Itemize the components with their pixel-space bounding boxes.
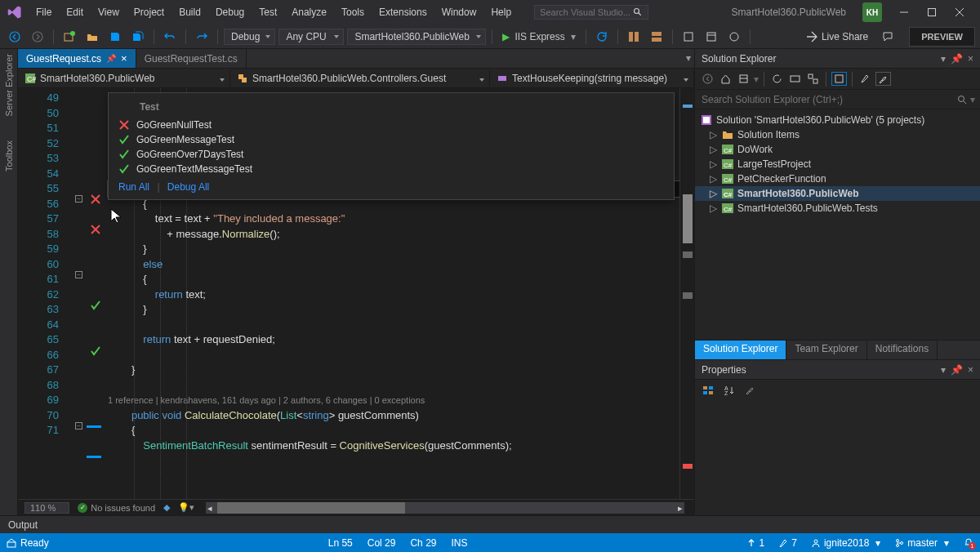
- menu-project[interactable]: Project: [127, 3, 171, 21]
- solution-tree[interactable]: Solution 'SmartHotel360.PublicWeb' (5 pr…: [695, 109, 980, 340]
- chevron-right-icon[interactable]: ▷: [708, 144, 718, 155]
- se-wrench-icon[interactable]: [875, 72, 891, 86]
- se-back-icon[interactable]: [700, 72, 715, 86]
- test-fail-icon[interactable]: [90, 224, 101, 235]
- test-row[interactable]: GoGreenOver7DaysTest: [118, 147, 664, 162]
- menu-view[interactable]: View: [91, 3, 126, 21]
- minimize-button[interactable]: [890, 2, 918, 22]
- menu-window[interactable]: Window: [435, 3, 483, 21]
- status-publish[interactable]: 1: [747, 537, 765, 549]
- wrench-icon[interactable]: [742, 383, 759, 398]
- status-col[interactable]: Col 29: [368, 537, 396, 549]
- test-row[interactable]: GoGreenMessageTest: [118, 132, 664, 147]
- code-editor[interactable]: 4950515253545556575859606162636465666768…: [18, 88, 694, 499]
- tree-node[interactable]: ▷C#LargeTestProject: [695, 157, 980, 171]
- alpha-sort-icon[interactable]: AZ: [721, 383, 737, 398]
- rail-server-explorer[interactable]: Server Explorer: [4, 54, 14, 116]
- categorize-icon[interactable]: [700, 383, 716, 398]
- ptab-team-explorer[interactable]: Team Explorer: [786, 341, 866, 359]
- close-button[interactable]: [946, 2, 973, 22]
- status-ch[interactable]: Ch 29: [410, 537, 436, 549]
- browser-refresh-button[interactable]: [592, 29, 612, 45]
- status-notifications[interactable]: 1: [964, 538, 973, 548]
- test-fail-icon[interactable]: [90, 194, 101, 205]
- test-row[interactable]: GoGreenNullTest: [118, 118, 664, 132]
- horizontal-scrollbar[interactable]: ◂ ▸: [206, 502, 684, 514]
- pin-icon[interactable]: 📌: [951, 53, 963, 65]
- status-line[interactable]: Ln 55: [328, 537, 353, 549]
- chevron-right-icon[interactable]: ▷: [708, 203, 718, 214]
- live-share-button[interactable]: Live Share: [806, 31, 868, 42]
- scroll-map[interactable]: [679, 88, 694, 499]
- tree-solution-root[interactable]: Solution 'SmartHotel360.PublicWeb' (5 pr…: [695, 113, 980, 127]
- user-badge[interactable]: KH: [862, 2, 882, 22]
- codelens[interactable]: 1 reference | kendrahavens, 161 days ago…: [108, 393, 679, 408]
- maximize-button[interactable]: [918, 2, 946, 22]
- tree-node[interactable]: ▷C#SmartHotel360.PublicWeb: [695, 186, 980, 201]
- menu-extensions[interactable]: Extensions: [372, 3, 434, 21]
- ptab-solution-explorer[interactable]: Solution Explorer: [695, 341, 786, 359]
- nav-back-button[interactable]: [5, 29, 24, 45]
- menu-file[interactable]: File: [29, 3, 58, 21]
- search-icon[interactable]: [957, 95, 967, 105]
- redo-button[interactable]: [192, 29, 212, 45]
- status-ins[interactable]: INS: [451, 537, 467, 549]
- test-row[interactable]: GoGreenTextMessageTest: [118, 162, 664, 176]
- menu-build[interactable]: Build: [172, 3, 207, 21]
- tree-node[interactable]: ▷C#DoWork: [695, 142, 980, 157]
- lightbulb-icon[interactable]: 💡▾: [178, 502, 194, 513]
- run-all-link[interactable]: Run All: [118, 181, 149, 193]
- se-collapse-icon[interactable]: [787, 72, 803, 86]
- config-dropdown[interactable]: Debug: [224, 29, 275, 45]
- se-properties-icon[interactable]: [858, 72, 873, 86]
- startup-project-dropdown[interactable]: SmartHotel360.PublicWeb: [347, 29, 486, 45]
- start-debug-button[interactable]: ▶IIS Express▾: [498, 29, 579, 45]
- tool-icon-1[interactable]: [624, 29, 644, 45]
- fold-toggle[interactable]: −: [75, 195, 82, 203]
- status-user[interactable]: ignite2018▾: [812, 537, 880, 549]
- tool-icon-2[interactable]: [647, 29, 666, 45]
- se-showall-icon[interactable]: [805, 72, 821, 86]
- save-button[interactable]: [105, 29, 125, 45]
- tool-icon-4[interactable]: [702, 29, 721, 45]
- status-changes[interactable]: 7: [779, 537, 797, 549]
- status-branch[interactable]: master▾: [895, 537, 949, 549]
- panel-dropdown-icon[interactable]: ▾: [941, 53, 946, 65]
- tree-node[interactable]: ▷Solution Items: [695, 127, 980, 142]
- se-preview-icon[interactable]: [831, 72, 847, 86]
- chevron-right-icon[interactable]: ▷: [708, 129, 718, 140]
- save-all-button[interactable]: [128, 29, 148, 45]
- menu-edit[interactable]: Edit: [60, 3, 90, 21]
- close-icon[interactable]: ×: [968, 364, 973, 376]
- nav-project[interactable]: C# SmartHotel360.PublicWeb: [18, 70, 230, 87]
- fold-toggle[interactable]: −: [75, 422, 82, 430]
- menu-debug[interactable]: Debug: [209, 3, 251, 21]
- chevron-right-icon[interactable]: ▷: [708, 188, 718, 199]
- nav-forward-button[interactable]: [28, 29, 47, 45]
- tool-icon-5[interactable]: [724, 29, 744, 45]
- open-file-button[interactable]: [82, 29, 102, 45]
- tab-overflow-icon[interactable]: ▾: [686, 52, 691, 64]
- title-search[interactable]: [534, 5, 648, 20]
- debug-all-link[interactable]: Debug All: [167, 181, 209, 193]
- menu-analyze[interactable]: Analyze: [285, 3, 333, 21]
- rail-toolbox[interactable]: Toolbox: [4, 140, 14, 171]
- tool-icon-3[interactable]: [679, 29, 698, 45]
- output-panel-tab[interactable]: Output: [0, 515, 980, 533]
- pin-icon[interactable]: 📌: [106, 54, 116, 63]
- menu-tools[interactable]: Tools: [335, 3, 371, 21]
- chevron-right-icon[interactable]: ▷: [708, 158, 718, 170]
- undo-button[interactable]: [160, 29, 180, 45]
- search-icon[interactable]: [633, 7, 643, 17]
- issues-indicator[interactable]: ✓No issues found: [78, 503, 155, 513]
- solution-explorer-search[interactable]: ▾: [695, 90, 980, 109]
- chevron-right-icon[interactable]: ▷: [708, 173, 718, 185]
- tab-guestrequesttest[interactable]: GuestRequestTest.cs: [136, 49, 247, 68]
- se-sync-icon[interactable]: [736, 72, 751, 86]
- menu-test[interactable]: Test: [252, 3, 283, 21]
- zoom-dropdown[interactable]: 110 %: [24, 502, 69, 514]
- fold-toggle[interactable]: −: [75, 271, 82, 278]
- tree-node[interactable]: ▷C#PetCheckerFunction: [695, 171, 980, 186]
- menu-help[interactable]: Help: [484, 3, 518, 21]
- se-home-icon[interactable]: [718, 72, 733, 86]
